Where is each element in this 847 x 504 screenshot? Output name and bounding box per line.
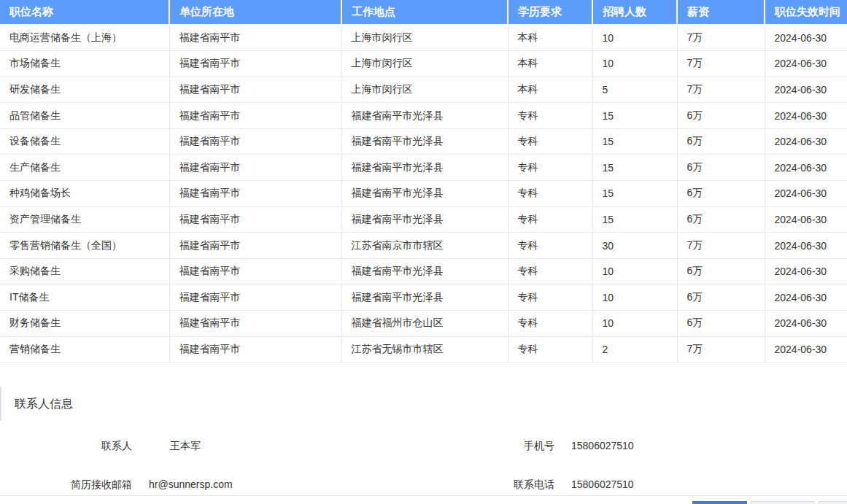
table-cell: 福建省南平市 (169, 336, 341, 363)
table-cell: 15 (592, 155, 677, 181)
mobile-number-value: 15806027510 (571, 439, 634, 452)
contact-person-label: 联系人 (0, 439, 132, 452)
table-row: 品管储备生福建省南平市福建省南平市光泽县专科156万2024-06-30 (0, 103, 847, 129)
resume-email-value: hr@sunnersp.com (149, 478, 233, 491)
table-cell: 5 (592, 77, 677, 103)
table-cell: 10 (592, 25, 677, 51)
table-cell: 2024-06-30 (765, 233, 847, 259)
table-cell: 15 (592, 103, 677, 129)
table-cell: 2024-06-30 (765, 25, 847, 51)
table-cell: 福建省南平市 (169, 284, 341, 311)
table-cell: 财务储备生 (0, 311, 169, 337)
table-cell: 福建省南平市 (169, 181, 341, 207)
table-cell: 2024-06-30 (765, 311, 847, 337)
contact-info-section-title: 联系人信息 (0, 387, 73, 421)
contact-phone-label: 联系电话 (409, 478, 554, 491)
table-cell: 2024-06-30 (765, 128, 847, 155)
table-cell: 福建省南平市 (169, 77, 341, 103)
table-cell: 营销储备生 (0, 336, 169, 363)
table-cell: 专科 (508, 155, 592, 181)
table-cell: 福建省南平市 (169, 128, 341, 155)
table-cell: 福建省福州市仓山区 (341, 311, 508, 337)
table-cell: 30 (592, 233, 677, 259)
column-header: 职位名称 (0, 0, 169, 25)
column-header: 招聘人数 (592, 0, 677, 25)
primary-action-button[interactable] (692, 501, 747, 504)
table-cell: 6万 (677, 155, 765, 181)
table-cell: 本科 (508, 51, 592, 77)
table-row: 设备储备生福建省南平市福建省南平市光泽县专科156万2024-06-30 (0, 128, 847, 155)
table-cell: 福建省南平市 (169, 258, 341, 284)
table-cell: 10 (592, 258, 677, 284)
table-cell: 2024-06-30 (765, 258, 847, 284)
footer-divider (0, 495, 847, 496)
column-header: 职位失效时间 (765, 0, 847, 25)
table-cell: 2024-06-30 (765, 51, 847, 77)
table-cell: 6万 (677, 258, 765, 284)
table-cell: IT储备生 (0, 284, 169, 311)
table-cell: 6万 (677, 206, 765, 233)
table-cell: 2024-06-30 (765, 155, 847, 181)
table-cell: 福建省南平市光泽县 (341, 258, 508, 284)
table-cell: 6万 (677, 181, 765, 207)
table-cell: 专科 (508, 233, 592, 259)
contact-person-value: 王本军 (170, 439, 201, 452)
table-cell: 专科 (508, 336, 592, 363)
table-row: 电商运营储备生（上海）福建省南平市上海市闵行区本科107万2024-06-30 (0, 25, 847, 51)
tertiary-action-button[interactable] (819, 501, 847, 504)
table-cell: 福建省南平市 (169, 155, 341, 181)
table-cell: 7万 (677, 336, 765, 363)
table-cell: 种鸡储备场长 (0, 181, 169, 207)
table-cell: 本科 (508, 77, 592, 103)
table-cell: 福建省南平市光泽县 (341, 181, 508, 207)
table-cell: 专科 (508, 206, 592, 233)
contact-phone-value: 15806027510 (571, 478, 634, 491)
column-header: 单位所在地 (169, 0, 341, 25)
table-cell: 10 (592, 311, 677, 337)
table-row: 市场储备生福建省南平市上海市闵行区本科107万2024-06-30 (0, 51, 847, 77)
table-cell: 专科 (508, 258, 592, 284)
table-cell: 福建省南平市 (169, 206, 341, 233)
table-body: 电商运营储备生（上海）福建省南平市上海市闵行区本科107万2024-06-30市… (0, 25, 847, 363)
job-listings-table: 职位名称单位所在地工作地点学历要求招聘人数薪资职位失效时间 电商运营储备生（上海… (0, 0, 847, 363)
table-cell: 7万 (677, 77, 765, 103)
table-cell: 10 (592, 284, 677, 311)
table-row: 财务储备生福建省南平市福建省福州市仓山区专科106万2024-06-30 (0, 311, 847, 337)
table-cell: 2024-06-30 (765, 103, 847, 129)
table-cell: 福建省南平市 (169, 25, 341, 51)
column-header: 薪资 (677, 0, 765, 25)
mobile-number-label: 手机号 (409, 439, 554, 452)
table-cell: 零售营销储备生（全国） (0, 233, 169, 259)
table-row: 生产储备生福建省南平市福建省南平市光泽县专科156万2024-06-30 (0, 155, 847, 181)
table-cell: 江苏省南京市市辖区 (341, 233, 508, 259)
table-cell: 福建省南平市 (169, 51, 341, 77)
table-cell: 市场储备生 (0, 51, 169, 77)
table-cell: 2024-06-30 (765, 181, 847, 207)
table-cell: 本科 (508, 25, 592, 51)
table-cell: 15 (592, 128, 677, 155)
table-cell: 专科 (508, 103, 592, 129)
table-cell: 专科 (508, 128, 592, 155)
table-cell: 研发储备生 (0, 77, 169, 103)
table-cell: 7万 (677, 25, 765, 51)
table-cell: 福建省南平市光泽县 (341, 155, 508, 181)
table-row: 资产管理储备生福建省南平市福建省南平市光泽县专科156万2024-06-30 (0, 206, 847, 233)
table-cell: 15 (592, 181, 677, 207)
table-cell: 福建省南平市光泽县 (341, 103, 508, 129)
table-cell: 10 (592, 51, 677, 77)
table-cell: 专科 (508, 284, 592, 311)
table-cell: 2024-06-30 (765, 206, 847, 233)
table-cell: 上海市闵行区 (341, 77, 508, 103)
table-cell: 专科 (508, 311, 592, 337)
table-cell: 福建省南平市 (169, 103, 341, 129)
table-cell: 7万 (677, 51, 765, 77)
column-header: 工作地点 (341, 0, 508, 25)
table-cell: 2024-06-30 (765, 336, 847, 363)
table-cell: 6万 (677, 128, 765, 155)
table-cell: 江苏省无锡市市辖区 (341, 336, 508, 363)
table-cell: 福建省南平市光泽县 (341, 284, 508, 311)
secondary-action-button[interactable] (751, 501, 814, 504)
table-cell: 福建省南平市光泽县 (341, 206, 508, 233)
table-cell: 上海市闵行区 (341, 25, 508, 51)
table-row: 营销储备生福建省南平市江苏省无锡市市辖区专科27万2024-06-30 (0, 336, 847, 363)
